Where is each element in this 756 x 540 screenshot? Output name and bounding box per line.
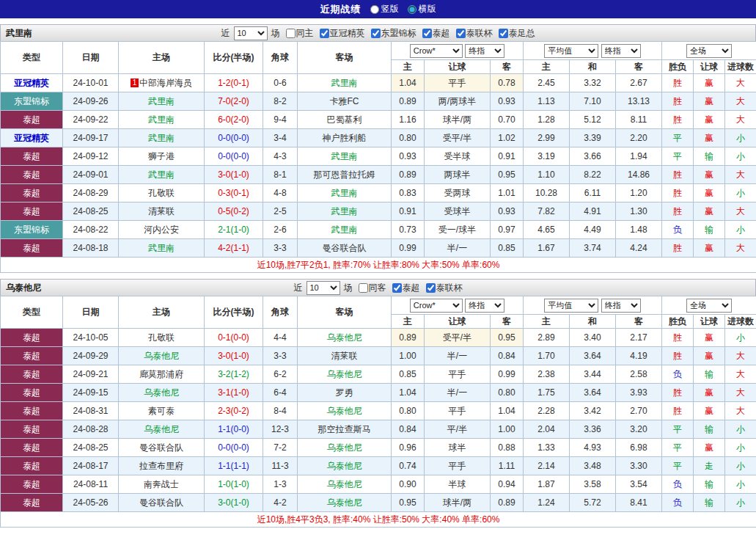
- result-wdl-cell: 负: [662, 365, 694, 384]
- league-filter[interactable]: 泰超: [419, 27, 450, 40]
- odds-final-select[interactable]: 终指: [465, 299, 504, 313]
- league-filter-checkbox[interactable]: [426, 283, 436, 293]
- recent-count-select[interactable]: 10: [307, 281, 340, 295]
- league-filter[interactable]: 泰联杯: [452, 27, 493, 40]
- away-team-cell[interactable]: 武里南: [298, 221, 392, 239]
- avg-home-cell: 7.82: [524, 202, 570, 221]
- horizontal-view-radio[interactable]: [408, 5, 416, 14]
- away-team-cell[interactable]: 乌泰他尼: [298, 439, 392, 457]
- home-team-cell[interactable]: 乌泰他尼: [119, 347, 205, 365]
- league-filter-label: 泰足总: [509, 27, 535, 40]
- away-team-cell[interactable]: 乌泰他尼: [298, 457, 392, 475]
- away-team-cell[interactable]: 乌泰他尼: [298, 402, 392, 420]
- avg-home-cell: 2.28: [524, 402, 570, 420]
- full-match-select[interactable]: 全场: [686, 44, 732, 58]
- col-odds-home: 主: [392, 60, 425, 74]
- away-team-cell[interactable]: 乌泰他尼: [298, 475, 392, 494]
- home-team-cell[interactable]: 1中部海岸海员: [119, 74, 205, 92]
- away-team-cell[interactable]: 曼谷联合队: [298, 239, 392, 258]
- odds-away-cell: 0.78: [491, 74, 524, 92]
- result-goals-cell: 小: [725, 184, 756, 202]
- home-team-cell[interactable]: 乌泰他尼: [119, 384, 205, 402]
- result-group-header: 全场: [662, 42, 756, 60]
- match-row: 东盟锦标24-08-22河内公安2-1(1-0)2-6武里南0.73受一/球半0…: [1, 221, 756, 239]
- avg-group-header: 平均值 终指: [524, 42, 662, 60]
- league-filter[interactable]: 泰超: [389, 282, 420, 294]
- away-team-cell[interactable]: 乌泰他尼: [298, 494, 392, 512]
- score-cell: 3-0(1-0): [205, 347, 263, 365]
- date-cell: 24-05-26: [63, 494, 119, 512]
- header-group-row: 类型 日期 主场 比分(半场) 角球 客场 Crow* 终指 平均值 终指 全场: [1, 296, 756, 315]
- bookmaker-select[interactable]: Crow*: [410, 44, 463, 58]
- home-team-cell[interactable]: 拉查布里府: [119, 457, 205, 475]
- away-team-cell[interactable]: 那空拉查斯马: [298, 420, 392, 439]
- away-team-cell[interactable]: 清莱联: [298, 347, 392, 365]
- same-venue-checkbox[interactable]: [359, 283, 368, 293]
- average-select[interactable]: 平均值: [544, 299, 598, 313]
- full-match-select[interactable]: 全场: [686, 299, 732, 313]
- view-option-horizontal[interactable]: 横版: [408, 3, 436, 15]
- home-team-cell[interactable]: 河内公安: [119, 221, 205, 239]
- corner-cell: 4-3: [263, 147, 298, 166]
- result-wdl-cell: 胜: [662, 202, 694, 221]
- corner-cell: 11-3: [263, 457, 298, 475]
- away-team-cell[interactable]: 神户胜利船: [298, 129, 392, 147]
- same-venue-filter[interactable]: 同主: [282, 27, 314, 40]
- score-cell: 3-2(1-2): [205, 365, 263, 384]
- home-team-cell[interactable]: 武里南: [119, 166, 205, 184]
- league-filter[interactable]: 泰联杯: [422, 282, 463, 294]
- col-odds-away: 客: [491, 60, 524, 74]
- odds-final-select[interactable]: 终指: [465, 44, 504, 58]
- avg-final-select[interactable]: 终指: [601, 44, 641, 58]
- league-filter[interactable]: 泰足总: [495, 27, 535, 40]
- home-team-cell[interactable]: 孔敬联: [119, 329, 205, 347]
- avg-away-cell: 1.94: [616, 147, 662, 166]
- away-team-cell[interactable]: 武里南: [298, 202, 392, 221]
- result-wdl-cell: 胜: [662, 239, 694, 258]
- view-option-vertical[interactable]: 竖版: [370, 3, 399, 15]
- same-venue-filter[interactable]: 同客: [355, 282, 386, 294]
- home-team-cell[interactable]: 武里南: [119, 92, 205, 111]
- filter-bar: 近 10 场 同主 亚冠精英东盟锦标泰超泰联杯泰足总: [221, 26, 535, 40]
- away-team-cell[interactable]: 罗勇: [298, 384, 392, 402]
- away-team-cell[interactable]: 乌泰他尼: [298, 365, 392, 384]
- away-team-cell[interactable]: 乌泰他尼: [298, 329, 392, 347]
- home-team-cell[interactable]: 狮子港: [119, 147, 205, 166]
- home-team-cell[interactable]: 孔敬联: [119, 184, 205, 202]
- same-venue-checkbox[interactable]: [286, 29, 296, 38]
- league-filter[interactable]: 亚冠精英: [316, 27, 365, 40]
- home-team-cell[interactable]: 武里南: [119, 129, 205, 147]
- average-select[interactable]: 平均值: [544, 44, 598, 58]
- same-venue-label: 同客: [369, 282, 386, 294]
- league-cell: 泰超: [1, 147, 63, 166]
- home-team-cell[interactable]: 武里南: [119, 239, 205, 258]
- vertical-view-radio[interactable]: [370, 5, 379, 14]
- away-team-cell[interactable]: 那可恩普拉托姆: [298, 166, 392, 184]
- away-team-cell[interactable]: 武里南: [298, 74, 392, 92]
- home-team-cell[interactable]: 廊莫那浦府: [119, 365, 205, 384]
- home-team-cell[interactable]: 素可泰: [119, 402, 205, 420]
- away-team-cell[interactable]: 武里南: [298, 184, 392, 202]
- home-team-cell[interactable]: 曼谷联合队: [119, 439, 205, 457]
- home-team-cell[interactable]: 南奔战士: [119, 475, 205, 494]
- league-filter-checkbox[interactable]: [392, 283, 402, 293]
- recent-count-select[interactable]: 10: [234, 26, 268, 40]
- league-filter-checkbox[interactable]: [422, 29, 432, 38]
- bookmaker-select[interactable]: Crow*: [410, 299, 463, 313]
- league-filter-checkbox[interactable]: [456, 29, 466, 38]
- league-filter-checkbox[interactable]: [499, 29, 508, 38]
- league-cell: 东盟锦标: [1, 221, 63, 239]
- away-team-cell[interactable]: 卡雅FC: [298, 92, 392, 111]
- home-team-cell[interactable]: 清莱联: [119, 202, 205, 221]
- league-filter[interactable]: 东盟锦标: [367, 27, 416, 40]
- avg-final-select[interactable]: 终指: [601, 299, 641, 313]
- away-team-cell[interactable]: 武里南: [298, 147, 392, 166]
- corner-cell: 3-3: [263, 347, 298, 365]
- home-team-cell[interactable]: 武里南: [119, 111, 205, 129]
- home-team-cell[interactable]: 乌泰他尼: [119, 420, 205, 439]
- home-team-cell[interactable]: 曼谷联合队: [119, 494, 205, 512]
- league-filter-checkbox[interactable]: [371, 29, 381, 38]
- league-filter-checkbox[interactable]: [320, 29, 329, 38]
- result-goals-cell: 大: [725, 166, 756, 184]
- away-team-cell[interactable]: 巴蜀基利: [298, 111, 392, 129]
